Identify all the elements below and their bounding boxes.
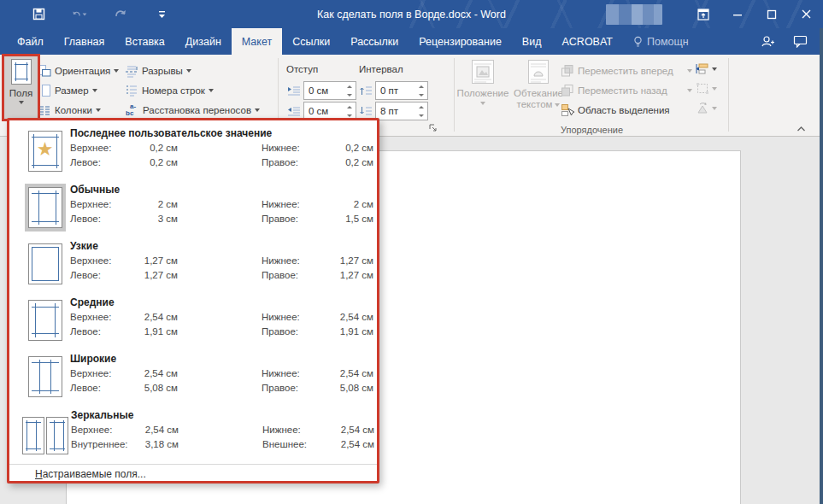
selection-pane-button[interactable]: Область выделения — [561, 101, 692, 119]
tab-review[interactable]: Рецензирование — [409, 28, 512, 55]
title-bar: Как сделать поля в Ворде.docx - Word — [0, 0, 823, 28]
margin-value: 0,2 см — [323, 156, 373, 169]
tab-layout[interactable]: Макет — [232, 28, 282, 55]
undo-button[interactable] — [72, 7, 87, 22]
margin-value: 2,54 см — [323, 367, 373, 380]
margin-preset-normal[interactable]: Обычные Верхнее: 2 см Нижнее: 2 см Левое… — [9, 179, 377, 236]
margin-value: 2,54 см — [130, 367, 178, 380]
margin-label: Левое: — [70, 213, 130, 226]
indent-left-spinner — [344, 82, 356, 99]
margin-label: Нижнее: — [262, 311, 323, 324]
group-objects-button[interactable] — [696, 82, 717, 95]
margin-value: 2,54 см — [324, 424, 374, 437]
tab-file[interactable]: Файл — [7, 28, 54, 55]
tab-mailings[interactable]: Рассылки — [340, 28, 409, 55]
preset-title: Обычные — [70, 184, 373, 196]
tab-references[interactable]: Ссылки — [282, 28, 340, 55]
custom-margins-menu-item[interactable]: Настраиваемые поля... — [9, 465, 377, 483]
margins-preset-icon — [25, 296, 66, 344]
margins-button[interactable]: Поля — [4, 56, 38, 119]
size-button[interactable]: Размер — [38, 81, 97, 99]
spacing-before-input[interactable] — [376, 82, 415, 99]
paragraph-dialog-launcher[interactable] — [429, 124, 438, 132]
wrap-text-button[interactable]: Обтекание текстом — [511, 59, 566, 122]
bring-forward-button[interactable]: Переместить вперед — [561, 62, 692, 79]
margins-preset-icon — [25, 353, 66, 401]
margin-preset-mirrored[interactable]: Зеркальные Верхнее: 2,54 см Нижнее: 2,54… — [9, 405, 377, 461]
breaks-icon — [125, 64, 138, 78]
wrap-text-icon — [527, 59, 550, 85]
indent-left-decrement[interactable] — [344, 91, 356, 99]
redo-button[interactable] — [113, 7, 128, 22]
qat-customize-button[interactable] — [154, 7, 169, 22]
margin-value: 1,91 см — [323, 325, 373, 338]
spacing-after-input[interactable] — [376, 103, 415, 120]
margin-value: 1,27 см — [323, 269, 373, 282]
breaks-button[interactable]: Разрывы — [125, 62, 191, 79]
size-dropdown-arrow — [92, 89, 97, 92]
margin-preset-narrow[interactable]: Узкие Верхнее: 1,27 см Нижнее: 1,27 см Л… — [9, 236, 377, 292]
spacing-before-spinner — [415, 82, 427, 99]
breaks-dropdown-arrow — [186, 69, 191, 73]
line-numbers-button[interactable]: Номера строк — [125, 81, 214, 99]
margin-label: Левое: — [70, 269, 130, 282]
position-button[interactable]: Положение — [458, 59, 508, 122]
star-icon: ★ — [29, 138, 62, 161]
tab-insert[interactable]: Вставка — [115, 28, 174, 55]
spacing-after-increment[interactable] — [415, 103, 427, 111]
maximize-button[interactable] — [755, 0, 789, 28]
quick-access-toolbar — [0, 7, 169, 22]
tab-help[interactable]: Помощн — [623, 28, 699, 55]
margin-preset-last-custom[interactable]: ★ Последнее пользовательское значение Ве… — [9, 123, 377, 179]
orientation-dropdown-arrow — [114, 69, 119, 73]
indent-right-input[interactable] — [304, 103, 344, 120]
comments-button[interactable] — [784, 28, 816, 55]
send-backward-button[interactable]: Переместить назад — [561, 81, 692, 99]
spacing-after-decrement[interactable] — [415, 111, 427, 120]
columns-button[interactable]: Колонки — [38, 101, 101, 119]
hyphenation-icon: a- bc — [125, 103, 139, 117]
tab-view[interactable]: Вид — [512, 28, 552, 55]
spacing-before-increment[interactable] — [415, 82, 427, 91]
indent-right-increment[interactable] — [344, 103, 356, 111]
indent-left-increment[interactable] — [344, 82, 356, 91]
margin-value: 0,2 см — [130, 142, 178, 155]
indent-left-input[interactable] — [304, 82, 344, 99]
margin-label: Верхнее: — [70, 367, 130, 380]
spacing-before-control — [358, 81, 428, 100]
rotate-objects-button[interactable] — [696, 102, 717, 114]
preset-title: Узкие — [70, 240, 373, 252]
window-right-edge — [820, 28, 823, 504]
margins-dropdown-arrow — [19, 101, 24, 104]
ribbon-tab-bar: Файл Главная Вставка Дизайн Макет Ссылки… — [0, 28, 823, 55]
tab-home[interactable]: Главная — [54, 28, 115, 55]
margin-label: Верхнее: — [71, 424, 131, 437]
spacing-before-decrement[interactable] — [415, 91, 427, 99]
send-backward-icon — [561, 84, 574, 97]
bring-forward-icon — [561, 64, 574, 77]
minimize-button[interactable] — [720, 0, 755, 28]
hyphenation-button[interactable]: a- bc Расстановка переносов — [125, 101, 260, 119]
collapse-ribbon-button[interactable] — [797, 125, 806, 132]
save-button[interactable] — [31, 7, 46, 22]
tab-design[interactable]: Дизайн — [175, 28, 232, 55]
margin-value: 2,54 см — [130, 311, 178, 324]
orientation-button[interactable]: Ориентация — [38, 62, 119, 79]
margin-label: Внутреннее: — [71, 438, 131, 451]
ribbon-display-options-button[interactable] — [686, 0, 720, 28]
close-button[interactable] — [789, 0, 823, 28]
margin-label: Верхнее: — [70, 255, 130, 267]
margin-preset-wide[interactable]: Широкие Верхнее: 2,54 см Нижнее: 2,54 см… — [9, 349, 377, 405]
hyphenation-dropdown-arrow — [255, 108, 260, 112]
share-button[interactable] — [751, 28, 784, 55]
arrange-group-label: Упорядочение — [456, 125, 728, 135]
margin-value: 3,18 см — [131, 438, 179, 451]
selection-pane-icon — [561, 103, 574, 117]
margin-label: Нижнее: — [262, 142, 323, 155]
margin-preset-moderate[interactable]: Средние Верхнее: 2,54 см Нижнее: 2,54 см… — [9, 292, 377, 349]
align-objects-button[interactable] — [696, 62, 717, 75]
lightbulb-icon — [633, 36, 643, 48]
margins-preset-icon — [19, 413, 72, 458]
margin-value: 5,08 см — [130, 382, 178, 395]
tab-acrobat[interactable]: ACROBAT — [551, 28, 623, 55]
